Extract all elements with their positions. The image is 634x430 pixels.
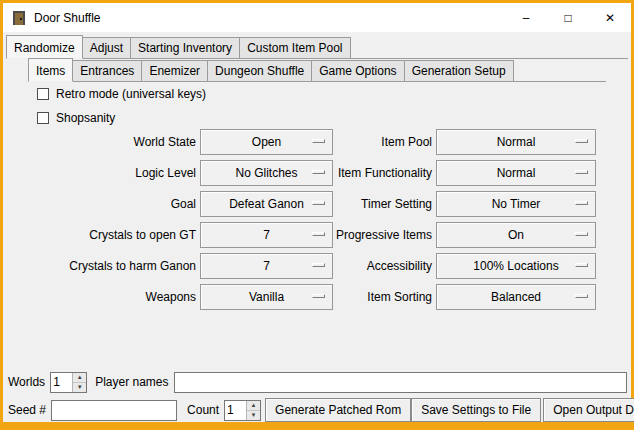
- shopsanity-checkbox[interactable]: Shopsanity: [37, 110, 115, 126]
- tab-dungeon-shuffle[interactable]: Dungeon Shuffle: [207, 60, 312, 81]
- dropdown-indicator-icon: [575, 201, 588, 205]
- dropdown-indicator-icon: [312, 139, 325, 143]
- dropdown-indicator-icon: [312, 294, 325, 298]
- option-row: World State Open Item Pool Normal: [30, 126, 596, 157]
- spin-arrows: ▲ ▼: [72, 373, 86, 392]
- count-label: Count: [187, 403, 219, 417]
- tab-game-options[interactable]: Game Options: [311, 60, 404, 81]
- dropdown-indicator-icon: [312, 232, 325, 236]
- worlds-spinner[interactable]: ▲ ▼: [50, 372, 87, 393]
- dropdown-indicator-icon: [575, 263, 588, 267]
- spin-down-icon[interactable]: ▼: [247, 411, 260, 420]
- crystals-harm-ganon-label: Crystals to harm Ganon: [30, 259, 196, 273]
- spin-down-icon[interactable]: ▼: [73, 383, 86, 392]
- goal-label: Goal: [30, 197, 196, 211]
- dropdown-indicator-icon: [575, 139, 588, 143]
- dropdown-indicator-icon: [575, 232, 588, 236]
- dropdown-indicator-icon: [575, 294, 588, 298]
- crystals-open-gt-dropdown[interactable]: 7: [200, 222, 333, 248]
- item-functionality-dropdown[interactable]: Normal: [436, 160, 596, 186]
- progressive-items-label: Progressive Items: [333, 228, 432, 242]
- item-sorting-label: Item Sorting: [333, 290, 432, 304]
- tab-enemizer[interactable]: Enemizer: [141, 60, 208, 81]
- goal-dropdown[interactable]: Defeat Ganon: [200, 191, 333, 217]
- dropdown-indicator-icon: [312, 201, 325, 205]
- client-area: Randomize Adjust Starting Inventory Cust…: [3, 32, 631, 422]
- shopsanity-label: Shopsanity: [56, 111, 115, 125]
- tab-entrances[interactable]: Entrances: [72, 60, 142, 81]
- retro-mode-checkbox[interactable]: Retro mode (universal keys): [37, 86, 206, 102]
- accessibility-label: Accessibility: [333, 259, 432, 273]
- timer-setting-label: Timer Setting: [333, 197, 432, 211]
- world-state-dropdown[interactable]: Open: [200, 129, 333, 155]
- timer-setting-dropdown[interactable]: No Timer: [436, 191, 596, 217]
- crystals-open-gt-label: Crystals to open GT: [30, 228, 196, 242]
- weapons-dropdown[interactable]: Vanilla: [200, 284, 333, 310]
- weapons-label: Weapons: [30, 290, 196, 304]
- save-settings-button[interactable]: Save Settings to File: [411, 398, 541, 422]
- spin-up-icon[interactable]: ▲: [73, 373, 86, 383]
- option-row: Weapons Vanilla Item Sorting Balanced: [30, 281, 596, 312]
- titlebar: Door Shuffle – □ ✕: [3, 3, 631, 32]
- tab-items[interactable]: Items: [28, 58, 73, 82]
- tab-randomize[interactable]: Randomize: [6, 35, 83, 59]
- logic-level-label: Logic Level: [30, 166, 196, 180]
- item-functionality-label: Item Functionality: [333, 166, 432, 180]
- worlds-input[interactable]: [51, 373, 72, 392]
- option-row: Logic Level No Glitches Item Functionali…: [30, 157, 596, 188]
- world-state-label: World State: [30, 135, 196, 149]
- count-input[interactable]: [225, 401, 246, 420]
- window-title: Door Shuffle: [34, 11, 101, 25]
- count-spinner[interactable]: ▲ ▼: [224, 400, 261, 421]
- accessibility-dropdown[interactable]: 100% Locations: [436, 253, 596, 279]
- player-names-label: Player names: [95, 375, 168, 389]
- app-window: Door Shuffle – □ ✕ Randomize Adjust Star…: [0, 0, 634, 430]
- crystals-harm-ganon-dropdown[interactable]: 7: [200, 253, 333, 279]
- spin-up-icon[interactable]: ▲: [247, 401, 260, 411]
- tab-adjust[interactable]: Adjust: [82, 37, 131, 58]
- item-sorting-dropdown[interactable]: Balanced: [436, 284, 596, 310]
- checkbox-icon[interactable]: [37, 112, 49, 124]
- worlds-row: Worlds ▲ ▼ Player names: [8, 370, 627, 394]
- option-row: Crystals to open GT 7 Progressive Items …: [30, 219, 596, 250]
- spin-arrows: ▲ ▼: [246, 401, 260, 420]
- close-icon[interactable]: ✕: [589, 3, 631, 32]
- seed-label: Seed #: [8, 403, 46, 417]
- maximize-icon[interactable]: □: [547, 3, 589, 32]
- seed-row: Seed # Count ▲ ▼ Generate Patched Rom Sa…: [8, 398, 627, 422]
- generate-patched-rom-button[interactable]: Generate Patched Rom: [265, 398, 411, 422]
- worlds-label: Worlds: [8, 375, 45, 389]
- logic-level-dropdown[interactable]: No Glitches: [200, 160, 333, 186]
- app-icon: [11, 10, 27, 26]
- options-grid: World State Open Item Pool Normal Logic …: [30, 126, 596, 312]
- option-row: Goal Defeat Ganon Timer Setting No Timer: [30, 188, 596, 219]
- tab-starting-inventory[interactable]: Starting Inventory: [130, 37, 240, 58]
- dropdown-indicator-icon: [312, 263, 325, 267]
- tab-generation-setup[interactable]: Generation Setup: [404, 60, 514, 81]
- dropdown-indicator-icon: [312, 170, 325, 174]
- outer-tabbar: Randomize Adjust Starting Inventory Cust…: [6, 36, 628, 59]
- seed-input[interactable]: [51, 400, 177, 421]
- item-pool-label: Item Pool: [333, 135, 432, 149]
- open-output-directory-button[interactable]: Open Output Directory: [543, 398, 634, 422]
- checkbox-icon[interactable]: [37, 88, 49, 100]
- retro-mode-label: Retro mode (universal keys): [56, 87, 206, 101]
- tab-custom-item-pool[interactable]: Custom Item Pool: [239, 37, 350, 58]
- player-names-input[interactable]: [174, 372, 628, 393]
- progressive-items-dropdown[interactable]: On: [436, 222, 596, 248]
- minimize-icon[interactable]: –: [505, 3, 547, 32]
- dropdown-indicator-icon: [575, 170, 588, 174]
- inner-tabbar: Items Entrances Enemizer Dungeon Shuffle…: [28, 59, 606, 82]
- item-pool-dropdown[interactable]: Normal: [436, 129, 596, 155]
- window-controls: – □ ✕: [505, 3, 631, 32]
- option-row: Crystals to harm Ganon 7 Accessibility 1…: [30, 250, 596, 281]
